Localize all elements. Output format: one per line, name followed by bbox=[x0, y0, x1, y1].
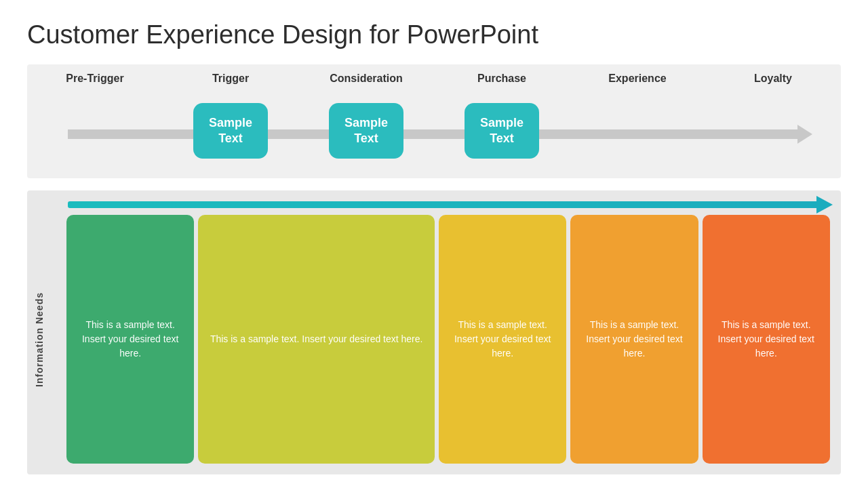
stage-cell-loyalty bbox=[705, 103, 841, 159]
journey-section: Pre-Trigger Trigger Consideration Purcha… bbox=[27, 64, 841, 178]
sample-box-trigger[interactable]: SampleText bbox=[193, 103, 268, 159]
stage-header-consideration: Consideration bbox=[298, 73, 434, 85]
stage-cell-consideration: SampleText bbox=[298, 103, 434, 159]
stage-header-loyalty: Loyalty bbox=[705, 73, 841, 85]
page-title: Customer Experience Design for PowerPoin… bbox=[27, 20, 841, 49]
stage-header-purchase: Purchase bbox=[434, 73, 570, 85]
info-card-green[interactable]: This is a sample text. Insert your desir… bbox=[66, 215, 194, 464]
journey-row: SampleText SampleText SampleText bbox=[27, 90, 841, 178]
stage-cell-experience bbox=[570, 103, 705, 159]
info-section: Information Needs This is a sample text.… bbox=[27, 190, 841, 474]
info-card-green-text: This is a sample text. Insert your desir… bbox=[76, 318, 184, 361]
info-card-orange-light-text: This is a sample text. Insert your desir… bbox=[580, 318, 688, 361]
stage-cell-pretrigger bbox=[27, 103, 163, 159]
timeline-row bbox=[27, 201, 830, 215]
info-card-yellow[interactable]: This is a sample text. Insert your desir… bbox=[198, 215, 435, 464]
page: Customer Experience Design for PowerPoin… bbox=[0, 0, 868, 488]
info-label: Information Needs bbox=[34, 292, 45, 387]
info-content: Information Needs This is a sample text.… bbox=[27, 215, 830, 464]
sample-box-consideration[interactable]: SampleText bbox=[329, 103, 403, 159]
info-card-gold-text: This is a sample text. Insert your desir… bbox=[448, 318, 557, 361]
stage-headers: Pre-Trigger Trigger Consideration Purcha… bbox=[27, 64, 841, 90]
info-label-wrapper: Information Needs bbox=[34, 215, 66, 464]
stage-header-trigger: Trigger bbox=[163, 73, 298, 85]
info-cards: This is a sample text. Insert your desir… bbox=[66, 215, 830, 464]
info-card-yellow-text: This is a sample text. Insert your desir… bbox=[210, 332, 423, 346]
info-card-orange-light[interactable]: This is a sample text. Insert your desir… bbox=[570, 215, 698, 464]
stage-cell-trigger: SampleText bbox=[163, 103, 298, 159]
stage-header-pretrigger: Pre-Trigger bbox=[27, 73, 163, 85]
info-card-orange-text: This is a sample text. Insert your desir… bbox=[712, 318, 821, 361]
stage-cells: SampleText SampleText SampleText bbox=[27, 103, 841, 159]
info-card-gold[interactable]: This is a sample text. Insert your desir… bbox=[439, 215, 566, 464]
sample-box-purchase[interactable]: SampleText bbox=[465, 103, 539, 159]
stage-header-experience: Experience bbox=[570, 73, 705, 85]
stage-cell-purchase: SampleText bbox=[434, 103, 570, 159]
timeline-arrow bbox=[68, 201, 819, 208]
info-card-orange[interactable]: This is a sample text. Insert your desir… bbox=[703, 215, 830, 464]
